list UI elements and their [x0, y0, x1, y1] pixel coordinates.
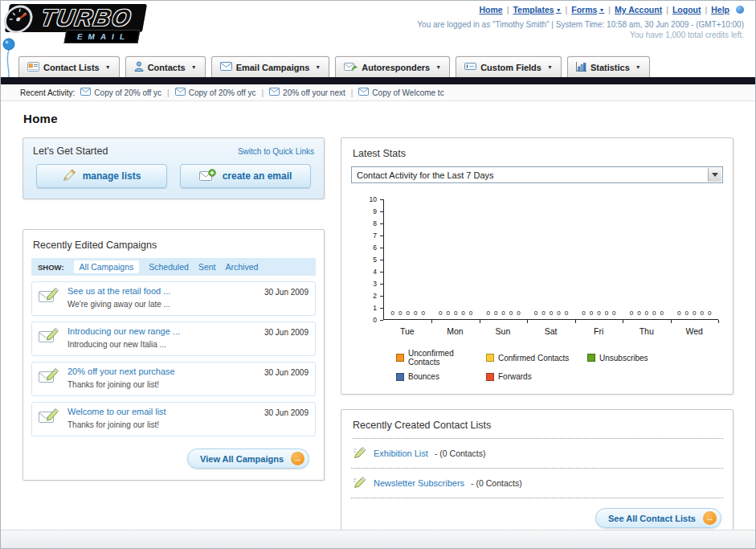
tab-custom-fields[interactable]: Custom Fields ▼ — [456, 56, 562, 77]
campaign-edit-icon — [39, 367, 60, 387]
page-title: Home — [23, 112, 755, 125]
legend-swatch — [486, 373, 494, 381]
bar-value-label: 0 — [541, 310, 545, 317]
turbo-email-logo: TURBO EMAIL — [7, 4, 145, 43]
bar-group: 00000 — [431, 199, 479, 319]
campaign-row: See us at the retail food ... We're givi… — [31, 281, 316, 316]
contact-list-link[interactable]: Newsletter Subscribers — [374, 478, 464, 488]
bar-value-label: 0 — [557, 310, 560, 317]
tab-email-campaigns[interactable]: Email Campaigns ▼ — [211, 56, 330, 77]
recent-activity-item[interactable]: Copy of 20% off yc — [175, 88, 256, 97]
recent-activity-bar: Recent Activity: Copy of 20% off yc | Co… — [1, 84, 755, 101]
create-email-button[interactable]: create an email — [180, 164, 311, 188]
see-all-contact-lists-button[interactable]: See All Contact Lists → — [595, 508, 721, 528]
recent-activity-item[interactable]: 20% off your next — [269, 88, 345, 97]
chevron-down-icon: ▼ — [105, 64, 111, 70]
recent-activity-label: Recent Activity: — [20, 88, 75, 97]
chart-x-labels: TueMonSunSatFriThuWed — [383, 326, 718, 336]
top-link-logout[interactable]: Logout — [672, 5, 701, 14]
bar-value-label: 0 — [446, 310, 449, 317]
statistics-icon — [576, 62, 586, 73]
bar-value-label: 0 — [517, 310, 520, 317]
legend-label: Forwards — [498, 372, 532, 381]
email-campaigns-icon — [220, 62, 232, 72]
campaign-title-link[interactable]: See us at the retail food ... — [67, 286, 257, 296]
campaign-date: 30 Jun 2009 — [264, 408, 309, 417]
top-link-forms[interactable]: Forms▼ — [571, 5, 604, 14]
logo-title: TURBO — [39, 5, 134, 31]
campaigns-panel-title: Recently Edited Campaigns — [33, 240, 316, 251]
stats-period-select[interactable]: Contact Activity for the Last 7 Days — [351, 166, 723, 183]
campaign-title-link[interactable]: Introducing our new range ... — [67, 326, 257, 336]
x-axis-label: Sun — [479, 326, 527, 336]
switch-quick-links-link[interactable]: Switch to Quick Links — [238, 147, 314, 156]
tab-statistics[interactable]: Statistics ▼ — [567, 56, 650, 77]
contact-list-count: - (0 Contacts) — [435, 449, 486, 458]
bar-value-label: 0 — [700, 310, 703, 317]
top-link-my-account[interactable]: My Account — [615, 5, 662, 14]
legend-swatch — [396, 373, 404, 381]
bar-value-label: 0 — [645, 310, 648, 317]
arrow-right-icon: → — [291, 452, 304, 465]
nav-divider-bar — [1, 77, 755, 84]
filter-archived[interactable]: Archived — [225, 262, 258, 272]
bar-value-label: 0 — [565, 310, 568, 317]
x-axis-label: Tue — [383, 326, 431, 336]
recent-campaigns-panel: Recently Edited Campaigns SHOW: All Camp… — [22, 229, 325, 481]
separator: | — [566, 5, 568, 14]
separator: | — [351, 88, 353, 97]
campaign-edit-icon — [39, 327, 60, 347]
legend-label: Confirmed Contacts — [498, 354, 569, 363]
campaign-date: 30 Jun 2009 — [264, 288, 309, 297]
chevron-down-icon — [708, 168, 721, 182]
tab-autoresponders[interactable]: Autoresponders ▼ — [335, 56, 450, 77]
header: TURBO EMAIL Home | Templates▼ | Forms▼ |… — [1, 1, 755, 54]
bar-value-label: 0 — [637, 310, 640, 317]
top-link-templates[interactable]: Templates▼ — [513, 5, 561, 14]
campaign-title-link[interactable]: Welcome to our email list — [67, 407, 257, 416]
bar-value-label: 0 — [534, 310, 537, 317]
pencil-icon — [353, 446, 367, 461]
arrow-right-icon: → — [703, 511, 717, 525]
stats-legend: Unconfirmed ContactsConfirmed ContactsUn… — [396, 349, 723, 381]
bar-value-label: 0 — [391, 310, 394, 317]
envelope-icon — [358, 88, 369, 97]
legend-item: Forwards — [486, 372, 587, 381]
campaign-filter-bar: SHOW: All Campaigns Scheduled Sent Archi… — [31, 258, 316, 276]
get-started-panel: Let's Get Started Switch to Quick Links … — [22, 137, 325, 199]
top-link-help[interactable]: Help — [711, 5, 729, 14]
recent-activity-item[interactable]: Copy of 20% off yc — [80, 88, 161, 97]
bar-group: 00000 — [671, 199, 718, 319]
login-info: You are logged in as "Timothy Smith" | S… — [417, 20, 744, 29]
legend-item: Unconfirmed Contacts — [396, 349, 486, 367]
manage-lists-button[interactable]: manage lists — [36, 164, 167, 188]
bar-group: 00000 — [384, 199, 431, 319]
contact-list-link[interactable]: Exhibition List — [374, 449, 428, 458]
bar-value-label: 0 — [509, 310, 513, 317]
bar-value-label: 0 — [677, 310, 680, 317]
x-axis-label: Thu — [623, 326, 671, 336]
recent-contact-lists-panel: Recently Created Contact Lists Exhibitio… — [341, 409, 734, 540]
campaign-title-link[interactable]: 20% off your next purchase — [67, 367, 257, 376]
filter-all-campaigns[interactable]: All Campaigns — [74, 260, 140, 273]
page-footer — [1, 530, 755, 548]
legend-label: Unsubscribes — [599, 354, 648, 363]
filter-scheduled[interactable]: Scheduled — [149, 262, 189, 272]
bar-value-label: 0 — [685, 310, 689, 317]
help-icon[interactable] — [736, 6, 744, 14]
main-content: Home Let's Get Started Switch to Quick L… — [1, 101, 755, 548]
bar-value-label: 0 — [469, 310, 472, 317]
recent-activity-item[interactable]: Copy of Welcome tc — [358, 88, 443, 97]
separator: | — [507, 5, 509, 14]
filter-sent[interactable]: Sent — [198, 262, 216, 272]
main-nav: Contact Lists ▼ Contacts ▼ Email Campaig… — [18, 56, 650, 77]
bar-value-label: 0 — [494, 310, 497, 317]
campaign-date: 30 Jun 2009 — [264, 368, 309, 377]
chevron-down-icon: ▼ — [547, 64, 553, 70]
top-link-home[interactable]: Home — [480, 5, 503, 14]
tab-contact-lists[interactable]: Contact Lists ▼ — [18, 56, 120, 77]
tab-contacts[interactable]: Contacts ▼ — [125, 56, 206, 77]
view-all-campaigns-button[interactable]: View All Campaigns → — [187, 449, 309, 469]
legend-item: Unsubscribes — [587, 349, 723, 367]
contact-list-row: Newsletter Subscribers - (0 Contacts) — [351, 469, 723, 498]
